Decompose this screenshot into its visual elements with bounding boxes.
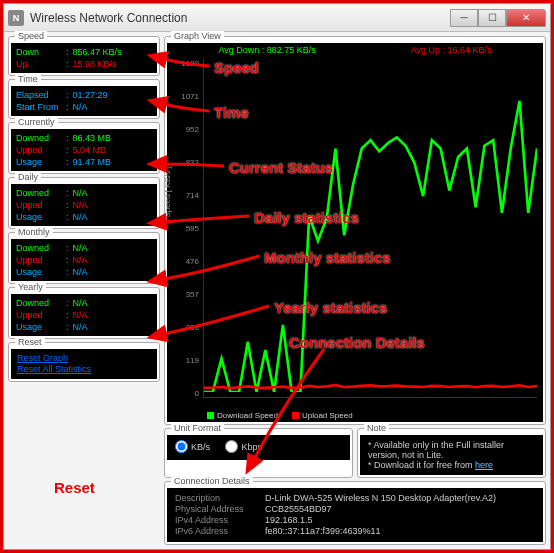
download-legend-icon xyxy=(207,412,214,419)
graph-panel: Graph View Avg Down : 882.75 KB/s Avg Up… xyxy=(164,36,546,425)
monthly-panel: Monthly Downed:N/A Upped:N/A Usage:N/A xyxy=(8,232,160,284)
window-title: Wireless Network Connection xyxy=(30,11,450,25)
speed-panel: Speed Down:856.47 KB/s Up:15.98 KB/s xyxy=(8,36,160,76)
note-panel: Note * Available only in the Full instal… xyxy=(357,428,546,478)
speed-chart xyxy=(204,59,537,392)
app-icon: N xyxy=(8,10,24,26)
y-axis: 119010719528337145954763572381190 xyxy=(169,59,199,398)
unit-panel: Unit Format KB/s Kbps xyxy=(164,428,353,478)
minimize-button[interactable]: ─ xyxy=(450,9,478,27)
app-window: N Wireless Network Connection ─ ☐ ✕ Spee… xyxy=(3,3,551,550)
titlebar[interactable]: N Wireless Network Connection ─ ☐ ✕ xyxy=(4,4,550,32)
maximize-button[interactable]: ☐ xyxy=(478,9,506,27)
currently-panel: Currently Downed:86.43 MB Upped:5.04 MB … xyxy=(8,122,160,174)
time-panel: Time Elapsed:01:27:29 Start From:N/A xyxy=(8,79,160,119)
daily-panel: Daily Downed:N/A Upped:N/A Usage:N/A xyxy=(8,177,160,229)
connection-details-panel: Connection Details DescriptionD-Link DWA… xyxy=(164,481,546,545)
reset-all-link[interactable]: Reset All Statistics xyxy=(17,364,151,375)
yearly-panel: Yearly Downed:N/A Upped:N/A Usage:N/A xyxy=(8,287,160,339)
close-button[interactable]: ✕ xyxy=(506,9,546,27)
upload-legend-icon xyxy=(292,412,299,419)
unit-kbs-radio[interactable]: KB/s xyxy=(175,440,210,453)
reset-panel: Reset Reset Graph Reset All Statistics xyxy=(8,342,160,382)
reset-graph-link[interactable]: Reset Graph xyxy=(17,353,151,364)
graph-plot xyxy=(203,59,537,398)
download-link[interactable]: here xyxy=(475,460,493,470)
unit-kbps-radio[interactable]: Kbps xyxy=(225,440,262,453)
